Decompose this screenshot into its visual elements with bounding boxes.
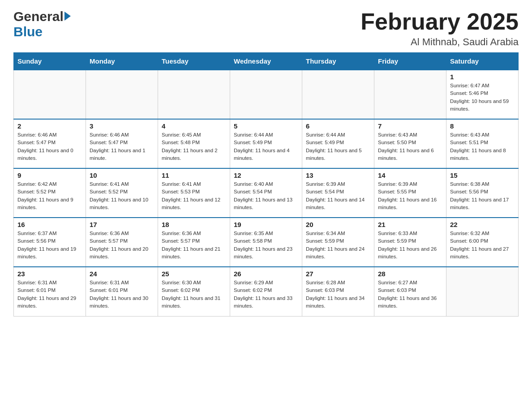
day-number: 2 xyxy=(17,122,82,130)
weekday-header-thursday: Thursday xyxy=(302,53,374,70)
calendar-week-row: 23Sunrise: 6:31 AMSunset: 6:01 PMDayligh… xyxy=(14,267,519,316)
day-info: Sunrise: 6:29 AMSunset: 6:02 PMDaylight:… xyxy=(234,279,298,310)
calendar-cell: 16Sunrise: 6:37 AMSunset: 5:56 PMDayligh… xyxy=(14,218,86,267)
calendar-cell: 8Sunrise: 6:43 AMSunset: 5:51 PMDaylight… xyxy=(446,119,519,168)
weekday-header-row: SundayMondayTuesdayWednesdayThursdayFrid… xyxy=(14,53,519,70)
logo-general-text: General xyxy=(13,9,64,24)
day-info: Sunrise: 6:45 AMSunset: 5:48 PMDaylight:… xyxy=(162,131,226,162)
day-number: 9 xyxy=(17,171,82,179)
calendar-cell: 11Sunrise: 6:41 AMSunset: 5:53 PMDayligh… xyxy=(158,168,230,218)
day-info: Sunrise: 6:39 AMSunset: 5:54 PMDaylight:… xyxy=(306,180,370,211)
day-number: 14 xyxy=(378,171,442,179)
calendar-cell: 18Sunrise: 6:36 AMSunset: 5:57 PMDayligh… xyxy=(158,218,230,267)
calendar-cell xyxy=(230,70,302,119)
day-info: Sunrise: 6:47 AMSunset: 5:46 PMDaylight:… xyxy=(450,82,515,113)
day-number: 21 xyxy=(378,221,442,228)
calendar-cell: 4Sunrise: 6:45 AMSunset: 5:48 PMDaylight… xyxy=(158,119,230,168)
title-section: February 2025 Al Mithnab, Saudi Arabia xyxy=(360,9,519,48)
day-number: 28 xyxy=(378,270,442,278)
day-number: 25 xyxy=(162,270,226,278)
page-header: General Blue February 2025 Al Mithnab, S… xyxy=(13,9,519,48)
day-number: 23 xyxy=(17,270,82,278)
calendar-cell: 26Sunrise: 6:29 AMSunset: 6:02 PMDayligh… xyxy=(230,267,302,316)
calendar-cell: 27Sunrise: 6:28 AMSunset: 6:03 PMDayligh… xyxy=(302,267,374,316)
calendar-week-row: 1Sunrise: 6:47 AMSunset: 5:46 PMDaylight… xyxy=(14,70,519,119)
day-info: Sunrise: 6:31 AMSunset: 6:01 PMDaylight:… xyxy=(90,279,154,310)
logo-triangle-icon xyxy=(64,12,71,21)
calendar-cell: 6Sunrise: 6:44 AMSunset: 5:49 PMDaylight… xyxy=(302,119,374,168)
day-info: Sunrise: 6:38 AMSunset: 5:56 PMDaylight:… xyxy=(450,180,515,211)
day-info: Sunrise: 6:32 AMSunset: 6:00 PMDaylight:… xyxy=(450,230,515,261)
calendar-cell: 12Sunrise: 6:40 AMSunset: 5:54 PMDayligh… xyxy=(230,168,302,218)
weekday-header-monday: Monday xyxy=(86,53,158,70)
calendar-cell: 19Sunrise: 6:35 AMSunset: 5:58 PMDayligh… xyxy=(230,218,302,267)
day-info: Sunrise: 6:46 AMSunset: 5:47 PMDaylight:… xyxy=(90,131,154,162)
calendar-cell xyxy=(374,70,446,119)
day-info: Sunrise: 6:33 AMSunset: 5:59 PMDaylight:… xyxy=(378,230,442,261)
calendar-cell: 17Sunrise: 6:36 AMSunset: 5:57 PMDayligh… xyxy=(86,218,158,267)
day-number: 6 xyxy=(306,122,370,130)
day-info: Sunrise: 6:44 AMSunset: 5:49 PMDaylight:… xyxy=(306,131,370,162)
day-number: 18 xyxy=(162,221,226,228)
calendar-cell: 7Sunrise: 6:43 AMSunset: 5:50 PMDaylight… xyxy=(374,119,446,168)
day-number: 1 xyxy=(450,73,515,81)
calendar-table: SundayMondayTuesdayWednesdayThursdayFrid… xyxy=(13,52,519,317)
day-number: 27 xyxy=(306,270,370,278)
calendar-cell xyxy=(446,267,519,316)
day-number: 26 xyxy=(234,270,298,278)
day-info: Sunrise: 6:39 AMSunset: 5:55 PMDaylight:… xyxy=(378,180,442,211)
calendar-week-row: 16Sunrise: 6:37 AMSunset: 5:56 PMDayligh… xyxy=(14,218,519,267)
location-title: Al Mithnab, Saudi Arabia xyxy=(360,36,519,48)
weekday-header-saturday: Saturday xyxy=(446,53,519,70)
day-info: Sunrise: 6:44 AMSunset: 5:49 PMDaylight:… xyxy=(234,131,298,162)
day-info: Sunrise: 6:41 AMSunset: 5:52 PMDaylight:… xyxy=(90,180,154,211)
logo: General Blue xyxy=(13,9,71,39)
calendar-cell: 21Sunrise: 6:33 AMSunset: 5:59 PMDayligh… xyxy=(374,218,446,267)
day-number: 5 xyxy=(234,122,298,130)
day-number: 16 xyxy=(17,221,82,228)
calendar-cell: 28Sunrise: 6:27 AMSunset: 6:03 PMDayligh… xyxy=(374,267,446,316)
day-info: Sunrise: 6:34 AMSunset: 5:59 PMDaylight:… xyxy=(306,230,370,261)
day-info: Sunrise: 6:35 AMSunset: 5:58 PMDaylight:… xyxy=(234,230,298,261)
day-info: Sunrise: 6:28 AMSunset: 6:03 PMDaylight:… xyxy=(306,279,370,310)
day-number: 20 xyxy=(306,221,370,228)
calendar-cell xyxy=(302,70,374,119)
day-info: Sunrise: 6:43 AMSunset: 5:50 PMDaylight:… xyxy=(378,131,442,162)
month-title: February 2025 xyxy=(360,9,519,34)
day-number: 19 xyxy=(234,221,298,228)
day-number: 22 xyxy=(450,221,515,228)
calendar-cell: 3Sunrise: 6:46 AMSunset: 5:47 PMDaylight… xyxy=(86,119,158,168)
day-number: 24 xyxy=(90,270,154,278)
day-number: 4 xyxy=(162,122,226,130)
day-info: Sunrise: 6:36 AMSunset: 5:57 PMDaylight:… xyxy=(90,230,154,261)
day-number: 3 xyxy=(90,122,154,130)
weekday-header-friday: Friday xyxy=(374,53,446,70)
day-info: Sunrise: 6:36 AMSunset: 5:57 PMDaylight:… xyxy=(162,230,226,261)
day-number: 10 xyxy=(90,171,154,179)
day-number: 15 xyxy=(450,171,515,179)
weekday-header-tuesday: Tuesday xyxy=(158,53,230,70)
calendar-cell xyxy=(86,70,158,119)
weekday-header-sunday: Sunday xyxy=(14,53,86,70)
calendar-cell: 24Sunrise: 6:31 AMSunset: 6:01 PMDayligh… xyxy=(86,267,158,316)
calendar-week-row: 2Sunrise: 6:46 AMSunset: 5:47 PMDaylight… xyxy=(14,119,519,168)
calendar-cell: 14Sunrise: 6:39 AMSunset: 5:55 PMDayligh… xyxy=(374,168,446,218)
calendar-cell: 13Sunrise: 6:39 AMSunset: 5:54 PMDayligh… xyxy=(302,168,374,218)
day-info: Sunrise: 6:43 AMSunset: 5:51 PMDaylight:… xyxy=(450,131,515,162)
calendar-cell: 2Sunrise: 6:46 AMSunset: 5:47 PMDaylight… xyxy=(14,119,86,168)
calendar-cell: 15Sunrise: 6:38 AMSunset: 5:56 PMDayligh… xyxy=(446,168,519,218)
day-info: Sunrise: 6:30 AMSunset: 6:02 PMDaylight:… xyxy=(162,279,226,310)
day-info: Sunrise: 6:41 AMSunset: 5:53 PMDaylight:… xyxy=(162,180,226,211)
day-number: 11 xyxy=(162,171,226,179)
calendar-cell: 25Sunrise: 6:30 AMSunset: 6:02 PMDayligh… xyxy=(158,267,230,316)
calendar-week-row: 9Sunrise: 6:42 AMSunset: 5:52 PMDaylight… xyxy=(14,168,519,218)
day-info: Sunrise: 6:37 AMSunset: 5:56 PMDaylight:… xyxy=(17,230,82,261)
calendar-cell: 1Sunrise: 6:47 AMSunset: 5:46 PMDaylight… xyxy=(446,70,519,119)
calendar-cell xyxy=(14,70,86,119)
calendar-cell: 5Sunrise: 6:44 AMSunset: 5:49 PMDaylight… xyxy=(230,119,302,168)
day-number: 17 xyxy=(90,221,154,228)
day-info: Sunrise: 6:31 AMSunset: 6:01 PMDaylight:… xyxy=(17,279,82,310)
day-number: 8 xyxy=(450,122,515,130)
weekday-header-wednesday: Wednesday xyxy=(230,53,302,70)
calendar-cell: 22Sunrise: 6:32 AMSunset: 6:00 PMDayligh… xyxy=(446,218,519,267)
